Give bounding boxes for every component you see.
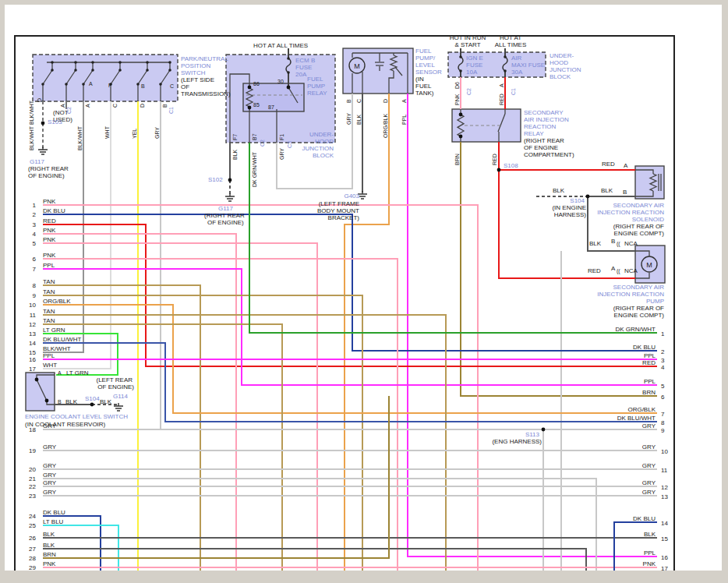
coolant-contact-top: [35, 378, 39, 382]
pn-contact-dot: [51, 69, 54, 72]
splice-S108: [497, 168, 501, 172]
pn-contact-dot: [74, 61, 77, 64]
ground-G117-mid: [225, 193, 235, 201]
pn-contact-dot: [74, 69, 77, 72]
frame-left: [14, 35, 16, 571]
wire-left-8-TAN: [43, 285, 200, 571]
sair-solenoid-box: [635, 166, 664, 199]
wire-left-28-BRN: [43, 396, 389, 558]
pn-contact-dot: [82, 83, 85, 86]
ecm-b-fuse-dot: [287, 57, 290, 60]
ground-G117-left: [38, 147, 48, 154]
pn-contact-dot: [146, 69, 149, 72]
splice-S113: [542, 428, 546, 432]
park-neutral-switch-box: [33, 55, 178, 101]
pn-contact-dot: [51, 61, 54, 64]
wire-sair-relay-brn: [461, 142, 657, 396]
ign-e-fuse-dot: [459, 69, 462, 72]
air-maxi-fuse-dot: [504, 69, 507, 72]
underhood-junction-block-box-2: [448, 52, 546, 77]
fuel-pump-motor-label: M: [354, 62, 360, 70]
pn-contact-dot: [146, 61, 149, 64]
pn-contact-dot: [91, 61, 94, 64]
pn-contact-dot: [91, 69, 94, 72]
pn-contact-dot: [118, 61, 122, 64]
pn-contact-dot: [109, 83, 112, 86]
wiring-diagram-screen: { "palette":{"PNK":"#FF9FB7","DKBLU":"#2…: [0, 0, 728, 583]
wire-left-1-PNK: [43, 205, 478, 571]
wire-left-2-DK BLU: [43, 214, 657, 351]
air-maxi-fuse-dot: [504, 55, 507, 58]
splice-S103: [41, 122, 45, 125]
splice-S102: [228, 178, 232, 182]
wire-left-4-PNK: [43, 234, 236, 571]
sair-coil-bot: [459, 135, 463, 139]
pn-contact-dot: [41, 83, 44, 86]
pin-85: [248, 106, 252, 110]
frame-top: [14, 35, 675, 37]
wire-left-9-TAN: [43, 295, 362, 571]
coolant-contact-bot: [45, 399, 49, 403]
wire-right-1-DK GRN/WHT: [249, 143, 657, 333]
wire-left-11-TAN: [43, 315, 446, 571]
bottom-gutter: [0, 571, 728, 583]
pn-contact-dot: [168, 61, 171, 64]
pin-86: [248, 86, 252, 90]
frame-right: [673, 35, 675, 571]
pn-contact-dot: [65, 83, 68, 86]
wire-left-24-DK BLU: [43, 516, 101, 571]
sair-coil-top: [459, 113, 463, 117]
ign-e-fuse-dot: [459, 55, 462, 58]
sair-pump-motor-label: M: [646, 261, 652, 269]
splice-S104-left: [90, 403, 94, 407]
pn-contact-dot: [159, 83, 162, 86]
pn-contact-dot: [136, 83, 140, 86]
pn-contact-dot: [168, 69, 171, 72]
pin-30: [287, 86, 291, 90]
ground-G403: [358, 191, 367, 199]
wire-sair-relay-red: [499, 142, 635, 278]
splice-S104-right: [586, 195, 590, 199]
diagram-canvas: MM: [0, 0, 728, 583]
pn-contact-dot: [118, 69, 122, 72]
wire-left-7-PPL: [43, 269, 657, 385]
wire-left-14-DK BLU/WHT: [43, 343, 657, 422]
wire-pump-blk-nca: [588, 196, 635, 251]
wire-left-12-TAN: [43, 324, 282, 571]
right-gutter: [722, 0, 728, 583]
wire-right-14-DK BLU: [614, 522, 657, 571]
fuel-pump-level-sensor-box: [343, 48, 413, 94]
ecm-b-fuse-dot: [287, 71, 290, 74]
